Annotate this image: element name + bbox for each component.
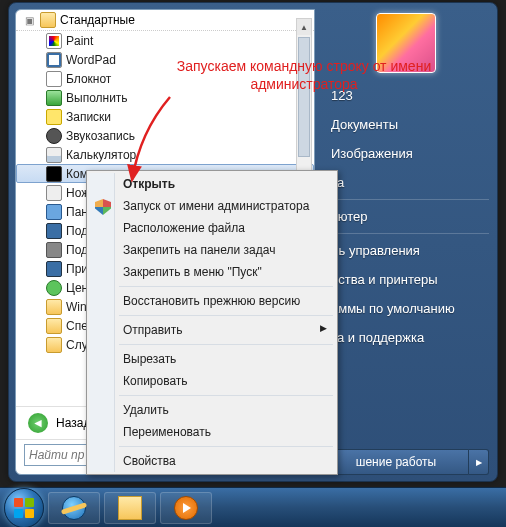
context-menu-label: Свойства — [123, 454, 176, 468]
notepad-icon — [46, 71, 62, 87]
shutdown-split-button: шение работы ▶ — [323, 449, 489, 475]
context-menu-item[interactable]: Свойства — [89, 450, 335, 472]
context-menu-label: Закрепить в меню "Пуск" — [123, 265, 262, 279]
separator — [323, 199, 489, 200]
shutdown-label: шение работы — [356, 455, 436, 469]
context-menu-item[interactable]: Переименовать — [89, 421, 335, 443]
separator — [323, 233, 489, 234]
taskbar-explorer-button[interactable] — [104, 492, 156, 524]
folder-label: Стандартные — [60, 13, 135, 27]
start-button[interactable] — [4, 488, 44, 528]
program-label: Записки — [66, 110, 111, 124]
proj-icon — [46, 242, 62, 258]
context-menu-label: Открыть — [123, 177, 175, 191]
context-menu-label: Копировать — [123, 374, 188, 388]
program-item[interactable]: Калькулятор — [16, 145, 314, 164]
notes-icon — [46, 109, 62, 125]
calc-icon — [46, 147, 62, 163]
sync-icon — [46, 280, 62, 296]
context-menu-item[interactable]: Расположение файла — [89, 217, 335, 239]
context-menu-item[interactable]: Отправить▶ — [89, 319, 335, 341]
context-menu-separator — [119, 286, 333, 287]
shutdown-button[interactable]: шение работы — [323, 449, 469, 475]
program-label: Блокнот — [66, 72, 111, 86]
uac-shield-icon — [95, 199, 111, 215]
context-menu-label: Отправить — [123, 323, 183, 337]
context-menu-separator — [119, 395, 333, 396]
program-label: Калькулятор — [66, 148, 136, 162]
right-item-documents[interactable]: Документы — [323, 110, 489, 139]
right-item-music[interactable]: ка — [323, 168, 489, 197]
taskbar-ie-button[interactable] — [48, 492, 100, 524]
context-menu-label: Удалить — [123, 403, 169, 417]
back-arrow-icon: ◄ — [28, 413, 48, 433]
program-item[interactable]: Записки — [16, 107, 314, 126]
explorer-icon — [118, 496, 142, 520]
taskbar — [0, 487, 506, 527]
context-menu-item[interactable]: Копировать — [89, 370, 335, 392]
context-menu-separator — [119, 344, 333, 345]
context-menu-label: Закрепить на панели задач — [123, 243, 275, 257]
rdp-icon — [46, 223, 62, 239]
context-menu-item[interactable]: Запуск от имени администратора — [89, 195, 335, 217]
program-label: Звукозапись — [66, 129, 135, 143]
folder-icon — [46, 318, 62, 334]
context-menu: ОткрытьЗапуск от имени администратораРас… — [86, 170, 338, 475]
program-label: Выполнить — [66, 91, 128, 105]
context-menu-item[interactable]: Закрепить в меню "Пуск" — [89, 261, 335, 283]
folder-icon — [46, 299, 62, 315]
scis-icon — [46, 185, 62, 201]
context-menu-item[interactable]: Удалить — [89, 399, 335, 421]
taskbar-wmp-button[interactable] — [160, 492, 212, 524]
shutdown-options-arrow-icon[interactable]: ▶ — [469, 449, 489, 475]
scroll-thumb[interactable] — [298, 37, 310, 157]
folder-icon — [46, 337, 62, 353]
context-menu-item[interactable]: Восстановить прежнюю версию — [89, 290, 335, 312]
context-menu-separator — [119, 315, 333, 316]
tree-collapse-icon[interactable]: ▣ — [22, 15, 36, 26]
context-menu-label: Вырезать — [123, 352, 176, 366]
right-item-pictures[interactable]: Изображения — [323, 139, 489, 168]
context-menu-label: Переименовать — [123, 425, 211, 439]
right-item-defaults[interactable]: аммы по умолчанию — [323, 294, 489, 323]
context-menu-separator — [119, 446, 333, 447]
submenu-arrow-icon: ▶ — [320, 323, 327, 333]
program-item[interactable]: Звукозапись — [16, 126, 314, 145]
wmp-icon — [174, 496, 198, 520]
right-item-help[interactable]: ка и поддержка — [323, 323, 489, 352]
context-menu-label: Расположение файла — [123, 221, 245, 235]
sound-icon — [46, 128, 62, 144]
right-item-controlpanel[interactable]: ль управления — [323, 236, 489, 265]
right-item-devices[interactable]: йства и принтеры — [323, 265, 489, 294]
folder-icon — [40, 12, 56, 28]
ie-icon — [62, 496, 86, 520]
context-menu-label: Запуск от имени администратора — [123, 199, 309, 213]
wordpad-icon — [46, 52, 62, 68]
scroll-up-icon[interactable]: ▲ — [297, 19, 311, 35]
program-label: Paint — [66, 34, 93, 48]
rdp-icon — [46, 261, 62, 277]
context-menu-label: Восстановить прежнюю версию — [123, 294, 300, 308]
context-menu-item[interactable]: Открыть — [89, 173, 335, 195]
program-label: WordPad — [66, 53, 116, 67]
program-item[interactable]: Paint — [16, 31, 314, 50]
context-menu-item[interactable]: Закрепить на панели задач — [89, 239, 335, 261]
context-menu-item[interactable]: Вырезать — [89, 348, 335, 370]
tutorial-annotation: Запускаем командную строку от имени адми… — [134, 58, 474, 93]
tablet-icon — [46, 204, 62, 220]
paint-icon — [46, 33, 62, 49]
right-item-computer[interactable]: ьютер — [323, 202, 489, 231]
run-icon — [46, 90, 62, 106]
cmd-icon — [46, 166, 62, 182]
programs-folder-header[interactable]: ▣ Стандартные — [16, 10, 314, 31]
